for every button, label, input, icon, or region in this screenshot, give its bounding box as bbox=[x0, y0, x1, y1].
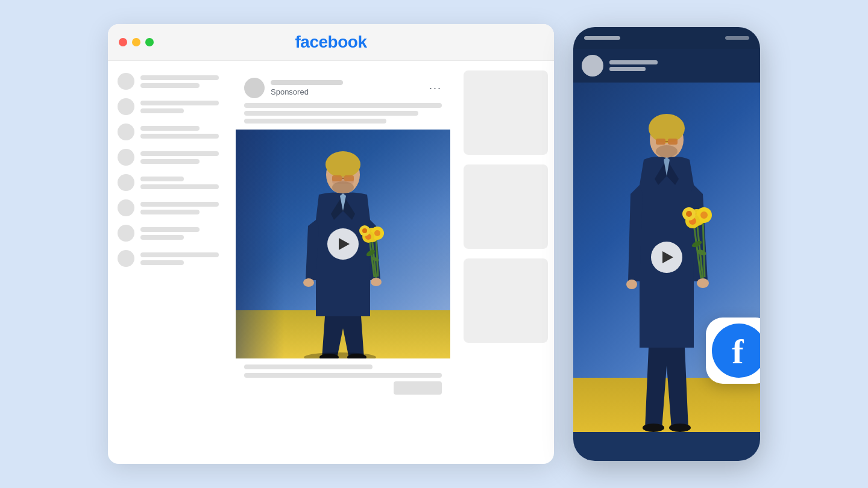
sidebar-line bbox=[140, 101, 219, 105]
facebook-f-circle: f bbox=[712, 324, 760, 378]
svg-point-46 bbox=[643, 424, 664, 432]
sidebar-avatar-2 bbox=[118, 98, 134, 115]
fb-post: Sponsored ··· bbox=[236, 70, 450, 401]
sidebar-item bbox=[118, 98, 219, 115]
sidebar-item bbox=[118, 124, 219, 140]
sidebar-line bbox=[140, 159, 200, 164]
svg-point-32 bbox=[697, 278, 709, 288]
sidebar-line bbox=[140, 202, 219, 207]
sidebar-avatar-8 bbox=[118, 250, 134, 267]
post-footer bbox=[236, 358, 450, 401]
sidebar-lines-4 bbox=[140, 151, 219, 164]
sidebar-lines-8 bbox=[140, 252, 219, 265]
svg-point-30 bbox=[656, 145, 678, 157]
right-card-1 bbox=[464, 70, 548, 155]
post-options-dots[interactable]: ··· bbox=[429, 82, 442, 95]
sidebar-line bbox=[140, 227, 200, 232]
sidebar-lines-6 bbox=[140, 202, 219, 214]
play-icon bbox=[339, 238, 350, 250]
sidebar-lines-3 bbox=[140, 126, 219, 139]
sidebar-line bbox=[140, 260, 184, 265]
svg-point-6 bbox=[332, 181, 354, 193]
right-card-3 bbox=[464, 258, 548, 343]
svg-point-24 bbox=[304, 352, 376, 358]
svg-point-39 bbox=[700, 211, 708, 219]
mobile-header-lines bbox=[609, 60, 658, 71]
svg-point-19 bbox=[362, 228, 367, 233]
mobile-status-right bbox=[725, 36, 749, 40]
mobile-post-header bbox=[573, 49, 760, 83]
sidebar-line bbox=[140, 210, 200, 214]
mobile-mockup: f bbox=[573, 27, 760, 461]
sidebar-lines-7 bbox=[140, 227, 219, 240]
post-video[interactable] bbox=[236, 130, 450, 358]
browser-bar: facebook bbox=[108, 24, 554, 61]
sidebar-item bbox=[118, 149, 219, 166]
post-meta: Sponsored bbox=[271, 80, 423, 96]
sidebar-item bbox=[118, 73, 219, 90]
facebook-badge: f bbox=[706, 318, 760, 384]
svg-point-15 bbox=[374, 230, 380, 236]
sidebar-item bbox=[118, 174, 219, 191]
text-placeholder-3 bbox=[244, 119, 386, 124]
traffic-lights bbox=[119, 38, 154, 46]
sidebar-item bbox=[118, 225, 219, 242]
sidebar-line bbox=[140, 184, 219, 189]
video-shadow bbox=[236, 130, 284, 358]
cta-button-placeholder[interactable] bbox=[394, 381, 442, 395]
scene: facebook bbox=[54, 15, 814, 473]
svg-point-26 bbox=[649, 114, 685, 143]
sidebar-lines-2 bbox=[140, 101, 219, 113]
sidebar-line bbox=[140, 151, 219, 156]
traffic-light-green[interactable] bbox=[145, 38, 154, 46]
sidebar-item bbox=[118, 250, 219, 267]
sidebar-avatar-7 bbox=[118, 225, 134, 242]
sidebar-lines-5 bbox=[140, 177, 219, 189]
sidebar-line bbox=[140, 126, 200, 131]
play-button[interactable] bbox=[327, 228, 359, 260]
post-header: Sponsored ··· bbox=[236, 70, 450, 103]
footer-placeholder-1 bbox=[244, 364, 373, 369]
mobile-status-left bbox=[584, 36, 620, 40]
mobile-play-button[interactable] bbox=[651, 242, 682, 273]
svg-point-43 bbox=[686, 211, 692, 217]
sidebar-avatar-6 bbox=[118, 199, 134, 216]
mobile-video-area[interactable]: f bbox=[573, 83, 760, 432]
sidebar-item bbox=[118, 199, 219, 216]
mobile-play-icon bbox=[662, 251, 673, 263]
fb-feed: Sponsored ··· bbox=[228, 61, 458, 464]
browser-content: Sponsored ··· bbox=[108, 61, 554, 464]
mobile-avatar bbox=[582, 55, 603, 77]
svg-point-1 bbox=[326, 151, 360, 178]
post-name-placeholder bbox=[271, 80, 343, 85]
post-text-lines bbox=[236, 103, 450, 130]
fb-sidebar bbox=[108, 61, 228, 464]
sidebar-avatar-4 bbox=[118, 149, 134, 166]
facebook-logo: facebook bbox=[295, 33, 367, 52]
sidebar-line bbox=[140, 134, 219, 139]
sponsored-label: Sponsored bbox=[271, 87, 423, 96]
svg-rect-27 bbox=[656, 139, 665, 145]
sidebar-line bbox=[140, 83, 200, 88]
svg-rect-4 bbox=[344, 175, 354, 181]
footer-placeholder-2 bbox=[244, 373, 442, 378]
post-avatar bbox=[244, 78, 265, 98]
svg-point-31 bbox=[626, 280, 637, 289]
sidebar-line bbox=[140, 177, 184, 181]
mobile-name-placeholder bbox=[609, 60, 658, 64]
traffic-light-red[interactable] bbox=[119, 38, 127, 46]
fb-right-sidebar bbox=[458, 61, 554, 464]
sidebar-line bbox=[140, 75, 219, 80]
sidebar-line bbox=[140, 252, 219, 257]
svg-rect-28 bbox=[668, 139, 678, 145]
mobile-status-bar bbox=[573, 27, 760, 49]
svg-point-47 bbox=[669, 424, 691, 432]
right-card-2 bbox=[464, 164, 548, 249]
sidebar-avatar-3 bbox=[118, 124, 134, 140]
sidebar-lines-1 bbox=[140, 75, 219, 88]
sidebar-line bbox=[140, 235, 184, 240]
text-placeholder-2 bbox=[244, 111, 418, 116]
facebook-f-letter: f bbox=[734, 334, 743, 369]
traffic-light-orange[interactable] bbox=[132, 38, 140, 46]
svg-rect-3 bbox=[332, 175, 342, 181]
